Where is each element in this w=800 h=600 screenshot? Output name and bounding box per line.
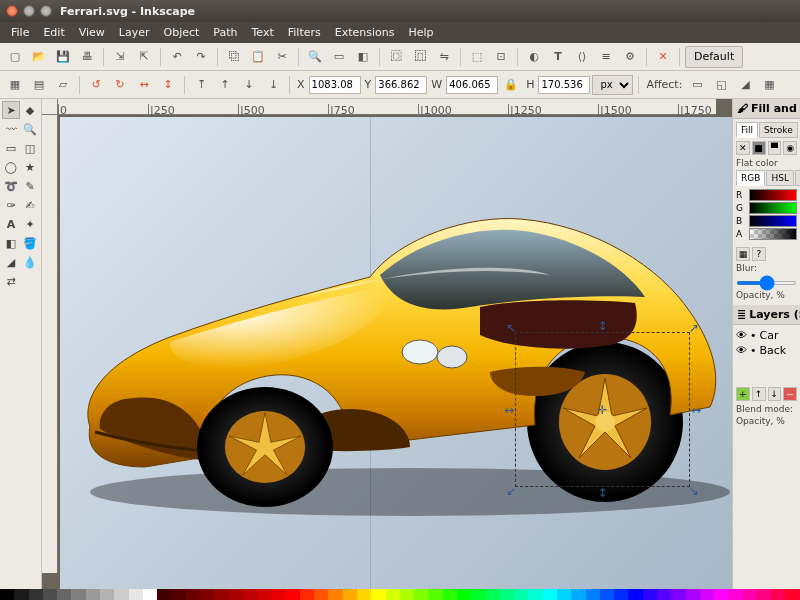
- menu-file[interactable]: File: [4, 24, 36, 41]
- scale-handle-icon[interactable]: ↗: [689, 321, 699, 335]
- scale-handle-icon[interactable]: ↘: [689, 484, 699, 498]
- swatch[interactable]: [486, 589, 500, 600]
- pencil-tool-icon[interactable]: ✎: [21, 177, 39, 195]
- zoom-tool-icon[interactable]: 🔍: [21, 120, 39, 138]
- selection-box[interactable]: ↖ ↗ ↙ ↘ ↕ ↕ ↔ ↔ ✛: [515, 332, 690, 487]
- rotate-cw-icon[interactable]: ↻: [109, 74, 131, 96]
- copy-icon[interactable]: ⿻: [223, 46, 245, 68]
- swatch[interactable]: [71, 589, 85, 600]
- swatch[interactable]: [129, 589, 143, 600]
- swatch[interactable]: [171, 589, 185, 600]
- swatch[interactable]: [357, 589, 371, 600]
- swatch[interactable]: [457, 589, 471, 600]
- paint-unknown-icon[interactable]: ?: [752, 247, 766, 261]
- align-icon[interactable]: ≡: [595, 46, 617, 68]
- swatch[interactable]: [514, 589, 528, 600]
- swatch[interactable]: [586, 589, 600, 600]
- select-all-icon[interactable]: ▦: [4, 74, 26, 96]
- affect-stroke-icon[interactable]: ▭: [686, 74, 708, 96]
- swatch[interactable]: [14, 589, 28, 600]
- swatch[interactable]: [785, 589, 799, 600]
- swatch[interactable]: [543, 589, 557, 600]
- w-input[interactable]: [446, 76, 498, 94]
- swatch[interactable]: [386, 589, 400, 600]
- y-input[interactable]: [375, 76, 427, 94]
- minimize-icon[interactable]: [23, 5, 35, 17]
- star-tool-icon[interactable]: ★: [21, 158, 39, 176]
- swatch[interactable]: [571, 589, 585, 600]
- paint-none-icon[interactable]: ✕: [736, 141, 750, 155]
- mode-hsl[interactable]: HSL: [766, 170, 794, 186]
- swatch[interactable]: [414, 589, 428, 600]
- eye-icon[interactable]: 👁: [736, 344, 747, 357]
- tweak-tool-icon[interactable]: 〰: [2, 120, 20, 138]
- lower-bottom-icon[interactable]: ⤓: [262, 74, 284, 96]
- select-layer-icon[interactable]: ▤: [28, 74, 50, 96]
- swatch[interactable]: [728, 589, 742, 600]
- bucket-tool-icon[interactable]: 🪣: [21, 234, 39, 252]
- tab-fill[interactable]: Fill: [736, 122, 758, 138]
- mode-rgb[interactable]: RGB: [736, 170, 765, 186]
- swatch[interactable]: [528, 589, 542, 600]
- swatch[interactable]: [743, 589, 757, 600]
- scale-handle-icon[interactable]: ↙: [506, 484, 516, 498]
- swatch[interactable]: [157, 589, 171, 600]
- menu-help[interactable]: Help: [401, 24, 440, 41]
- blur-slider[interactable]: [736, 281, 797, 285]
- vertical-ruler[interactable]: [42, 115, 58, 573]
- swatch[interactable]: [214, 589, 228, 600]
- swatch[interactable]: [700, 589, 714, 600]
- swatch[interactable]: [314, 589, 328, 600]
- swatch[interactable]: [643, 589, 657, 600]
- paste-icon[interactable]: 📋: [247, 46, 269, 68]
- swatch[interactable]: [557, 589, 571, 600]
- scale-handle-icon[interactable]: ↔: [691, 403, 701, 417]
- paint-swatch-icon[interactable]: ▦: [736, 247, 750, 261]
- connector-tool-icon[interactable]: ⇄: [2, 272, 20, 290]
- unlink-icon[interactable]: ⇋: [433, 46, 455, 68]
- dropper-tool-icon[interactable]: 💧: [21, 253, 39, 271]
- swatch[interactable]: [628, 589, 642, 600]
- close-icon[interactable]: [6, 5, 18, 17]
- h-input[interactable]: [538, 76, 590, 94]
- eye-icon[interactable]: 👁: [736, 329, 747, 342]
- add-layer-icon[interactable]: +: [736, 387, 750, 401]
- undo-icon[interactable]: ↶: [166, 46, 188, 68]
- swatch[interactable]: [143, 589, 157, 600]
- swatch[interactable]: [86, 589, 100, 600]
- swatch[interactable]: [371, 589, 385, 600]
- swatch[interactable]: [43, 589, 57, 600]
- unit-select[interactable]: px: [592, 75, 633, 95]
- fill-stroke-icon[interactable]: ◐: [523, 46, 545, 68]
- docprops-icon[interactable]: ✕: [652, 46, 674, 68]
- duplicate-icon[interactable]: ⿴: [385, 46, 407, 68]
- calligraphy-tool-icon[interactable]: ✍: [21, 196, 39, 214]
- eraser-tool-icon[interactable]: ◧: [2, 234, 20, 252]
- menu-text[interactable]: Text: [245, 24, 281, 41]
- swatch[interactable]: [686, 589, 700, 600]
- lower-layer-icon[interactable]: ↓: [768, 387, 782, 401]
- scale-handle-icon[interactable]: ↔: [504, 403, 514, 417]
- raise-layer-icon[interactable]: ↑: [752, 387, 766, 401]
- swatch[interactable]: [286, 589, 300, 600]
- raise-top-icon[interactable]: ⤒: [190, 74, 212, 96]
- delete-layer-icon[interactable]: −: [783, 387, 797, 401]
- swatch[interactable]: [443, 589, 457, 600]
- swatch[interactable]: [671, 589, 685, 600]
- scale-handle-icon[interactable]: ↕: [597, 319, 607, 333]
- swatch[interactable]: [771, 589, 785, 600]
- swatch[interactable]: [243, 589, 257, 600]
- color-swatch-bar[interactable]: [0, 589, 800, 600]
- swatch[interactable]: [600, 589, 614, 600]
- export-icon[interactable]: ⇱: [133, 46, 155, 68]
- swatch[interactable]: [100, 589, 114, 600]
- rotate-ccw-icon[interactable]: ↺: [85, 74, 107, 96]
- a-slider[interactable]: [749, 228, 797, 240]
- redo-icon[interactable]: ↷: [190, 46, 212, 68]
- swatch[interactable]: [114, 589, 128, 600]
- swatch[interactable]: [229, 589, 243, 600]
- swatch[interactable]: [428, 589, 442, 600]
- flip-v-icon[interactable]: ↕: [157, 74, 179, 96]
- swatch[interactable]: [186, 589, 200, 600]
- bezier-tool-icon[interactable]: ✑: [2, 196, 20, 214]
